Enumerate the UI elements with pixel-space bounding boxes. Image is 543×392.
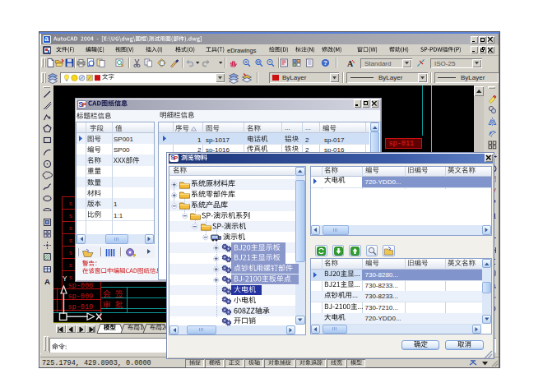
svg-text:A: A: [347, 59, 354, 68]
svg-text:?: ?: [323, 59, 327, 67]
svg-text:A: A: [44, 276, 50, 285]
